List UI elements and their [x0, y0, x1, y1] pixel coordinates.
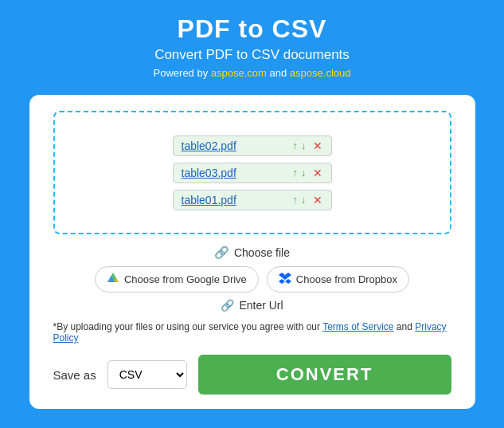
- file-name-3[interactable]: table01.pdf: [182, 194, 287, 206]
- page-title: PDF to CSV: [154, 14, 351, 44]
- drop-zone[interactable]: table02.pdf ↑ ↓ ✕ table03.pdf ↑ ↓ ✕ tabl…: [53, 111, 451, 234]
- list-item: table03.pdf ↑ ↓ ✕: [173, 163, 332, 183]
- file-name-1[interactable]: table02.pdf: [182, 139, 287, 152]
- file-up-arrow-1[interactable]: ↑: [292, 139, 299, 151]
- powered-by: Powered by aspose.com and aspose.cloud: [154, 67, 351, 79]
- link-icon: 🔗: [214, 245, 229, 260]
- main-card: table02.pdf ↑ ↓ ✕ table03.pdf ↑ ↓ ✕ tabl…: [29, 95, 475, 409]
- file-down-arrow-3[interactable]: ↓: [300, 194, 307, 206]
- convert-button[interactable]: CONVERT: [198, 355, 451, 395]
- cloud-buttons: Choose from Google Drive Choose from Dro…: [95, 266, 409, 293]
- bottom-bar: Save as CSV XLSX ODS CONVERT: [53, 355, 451, 395]
- file-down-arrow-2[interactable]: ↓: [300, 167, 307, 179]
- choose-file-button[interactable]: 🔗 Choose file: [214, 245, 290, 260]
- enter-url-button[interactable]: 🔗 Enter Url: [221, 299, 283, 312]
- save-as-label: Save as: [53, 368, 96, 382]
- file-remove-3[interactable]: ✕: [312, 194, 323, 206]
- file-down-arrow-1[interactable]: ↓: [300, 139, 307, 151]
- dropbox-icon: [279, 272, 291, 287]
- file-arrows-1: ↑ ↓: [292, 139, 307, 151]
- file-remove-1[interactable]: ✕: [312, 139, 323, 152]
- file-up-arrow-3[interactable]: ↑: [292, 194, 299, 206]
- format-select[interactable]: CSV XLSX ODS: [107, 360, 187, 389]
- file-arrows-2: ↑ ↓: [292, 167, 307, 179]
- file-up-arrow-2[interactable]: ↑: [292, 167, 299, 179]
- file-remove-2[interactable]: ✕: [312, 167, 323, 179]
- aspose-com-link[interactable]: aspose.com: [211, 67, 267, 79]
- list-item: table02.pdf ↑ ↓ ✕: [173, 135, 332, 156]
- google-drive-button[interactable]: Choose from Google Drive: [95, 266, 259, 293]
- aspose-cloud-link[interactable]: aspose.cloud: [290, 67, 351, 79]
- dropbox-button[interactable]: Choose from Dropbox: [267, 266, 409, 293]
- google-drive-icon: [107, 272, 119, 287]
- tos-notice: *By uploading your files or using our se…: [53, 321, 451, 344]
- action-buttons: 🔗 Choose file Choose from Google Drive: [53, 245, 451, 312]
- file-arrows-3: ↑ ↓: [292, 194, 307, 206]
- svg-marker-6: [285, 279, 291, 284]
- url-link-icon: 🔗: [221, 299, 234, 312]
- page-subtitle: Convert PDF to CSV documents: [154, 47, 351, 63]
- page-header: PDF to CSV Convert PDF to CSV documents …: [154, 0, 351, 87]
- file-name-2[interactable]: table03.pdf: [182, 167, 287, 179]
- svg-marker-5: [279, 279, 285, 284]
- terms-of-service-link[interactable]: Terms of Service: [322, 321, 393, 332]
- list-item: table01.pdf ↑ ↓ ✕: [173, 190, 332, 210]
